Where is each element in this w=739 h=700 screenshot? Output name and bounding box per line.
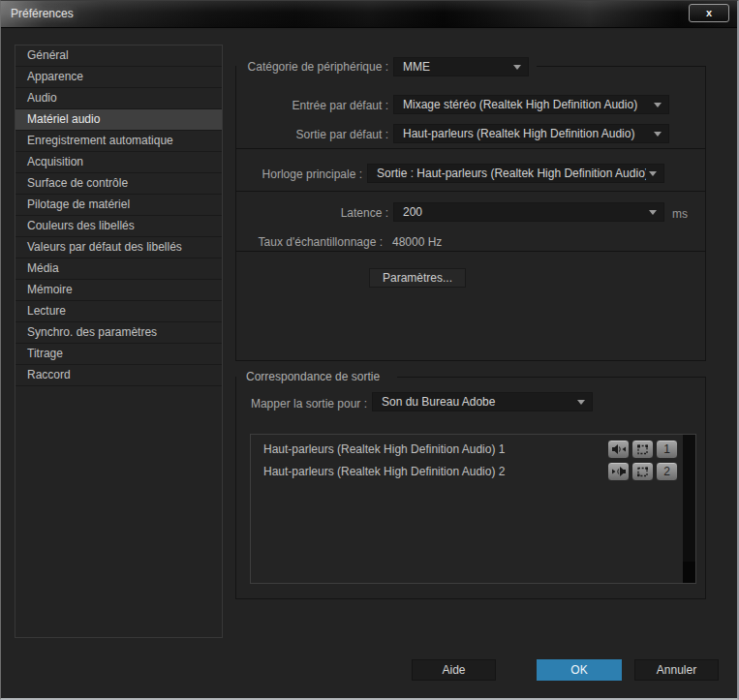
channel-number: 1: [663, 442, 670, 456]
speaker-right-icon: [611, 466, 627, 477]
map-output-for-value: Son du Bureau Adobe: [382, 393, 574, 411]
sidebar-item-raccord[interactable]: Raccord: [15, 365, 222, 386]
sidebar-item-enregistrement-automatique[interactable]: Enregistrement automatique: [15, 131, 222, 152]
sidebar-item-lecture[interactable]: Lecture: [15, 301, 222, 322]
latency-label: Latence :: [235, 206, 388, 220]
latency-dropdown[interactable]: 200: [393, 202, 664, 222]
sidebar-item-valeurs-par-defaut[interactable]: Valeurs par défaut des libellés: [15, 237, 222, 259]
default-input-value: Mixage stéréo (Realtek High Definition A…: [403, 96, 651, 113]
group-separator-1: [236, 148, 705, 149]
master-clock-label: Horloge principale :: [209, 167, 362, 181]
device-category-label: Catégorie de périphérique :: [235, 60, 388, 74]
help-button[interactable]: Aide: [412, 659, 496, 681]
master-clock-dropdown[interactable]: Sortie : Haut-parleurs (Realtek High Def…: [367, 164, 664, 183]
speaker-left-icon[interactable]: [607, 440, 630, 459]
sidebar-item-pilotage-de-materiel[interactable]: Pilotage de matériel: [15, 195, 222, 216]
sidebar-item-apparence[interactable]: Apparence: [15, 67, 222, 88]
map-output-for-dropdown[interactable]: Son du Bureau Adobe: [372, 392, 593, 411]
device-name: Haut-parleurs (Realtek High Definition A…: [263, 442, 505, 456]
device-name: Haut-parleurs (Realtek High Definition A…: [263, 465, 505, 478]
scrollbar-thumb[interactable]: [683, 562, 695, 583]
map-output-for-label: Mapper la sortie pour :: [212, 397, 367, 411]
default-output-label: Sortie par défaut :: [235, 128, 388, 141]
title-bar: Préférences x: [1, 1, 737, 28]
close-button[interactable]: x: [689, 4, 729, 22]
sidebar-item-surface-de-controle[interactable]: Surface de contrôle: [15, 173, 222, 195]
chevron-down-icon: [654, 103, 662, 107]
chevron-down-icon: [649, 210, 657, 215]
chevron-down-icon: [513, 65, 521, 70]
group-separator-2: [236, 191, 705, 192]
device-row: Haut-parleurs (Realtek High Definition A…: [251, 461, 695, 483]
sidebar-item-audio[interactable]: Audio: [15, 88, 222, 109]
preferences-sidebar: Général Apparence Audio Matériel audio E…: [15, 45, 223, 638]
group-top-line: [537, 66, 705, 67]
settings-button[interactable]: Paramètres...: [369, 268, 466, 288]
default-output-dropdown[interactable]: Haut-parleurs (Realtek High Definition A…: [393, 124, 669, 143]
sidebar-item-general[interactable]: Général: [15, 46, 222, 67]
sample-rate-label: Taux d'échantillonnage :: [235, 235, 383, 249]
preferences-dialog: Préférences x Général Apparence Audio Ma…: [0, 0, 739, 700]
sample-rate-value: 48000 Hz: [392, 235, 442, 249]
device-row: Haut-parleurs (Realtek High Definition A…: [251, 439, 695, 461]
marquee-icon: [636, 466, 649, 478]
sidebar-item-titrage[interactable]: Titrage: [15, 344, 222, 365]
channel-number-button[interactable]: 2: [656, 462, 678, 481]
output-device-listbox: Haut-parleurs (Realtek High Definition A…: [250, 434, 696, 584]
master-clock-value: Sortie : Haut-parleurs (Realtek High Def…: [377, 165, 646, 182]
marquee-icon[interactable]: [631, 462, 654, 481]
sidebar-item-materiel-audio[interactable]: Matériel audio: [15, 109, 222, 131]
channel-buttons: 2: [607, 462, 678, 481]
marquee-icon: [636, 443, 649, 456]
sidebar-item-couleurs-des-libelles[interactable]: Couleurs des libellés: [15, 216, 222, 237]
listbox-scrollbar[interactable]: [683, 435, 695, 583]
group-top-line: [397, 377, 705, 378]
device-category-dropdown[interactable]: MME: [393, 57, 529, 76]
default-input-dropdown[interactable]: Mixage stéréo (Realtek High Definition A…: [393, 95, 669, 114]
output-mapping-group-label: Correspondance de sortie: [246, 370, 380, 383]
latency-value: 200: [403, 203, 646, 221]
device-category-value: MME: [403, 58, 510, 76]
speaker-right-icon[interactable]: [607, 462, 630, 481]
sidebar-item-synchro-des-parametres[interactable]: Synchro. des paramètres: [15, 322, 222, 344]
group-separator-3: [236, 251, 705, 252]
default-input-label: Entrée par défaut :: [235, 99, 388, 112]
window-title: Préférences: [11, 1, 74, 26]
cancel-button[interactable]: Annuler: [634, 659, 719, 681]
sidebar-item-acquisition[interactable]: Acquisition: [15, 152, 222, 173]
speaker-left-icon: [611, 443, 627, 455]
default-output-value: Haut-parleurs (Realtek High Definition A…: [403, 125, 651, 142]
sidebar-item-memoire[interactable]: Mémoire: [15, 280, 222, 301]
latency-unit: ms: [672, 207, 688, 221]
channel-buttons: 1: [607, 440, 678, 459]
sidebar-item-media[interactable]: Média: [15, 259, 222, 280]
channel-number-button[interactable]: 1: [656, 440, 678, 459]
chevron-down-icon: [577, 400, 585, 405]
channel-number: 2: [663, 465, 670, 478]
chevron-down-icon: [654, 132, 662, 137]
chevron-down-icon: [649, 171, 657, 176]
ok-button[interactable]: OK: [537, 659, 622, 681]
marquee-icon[interactable]: [631, 440, 654, 459]
close-icon: x: [706, 7, 712, 18]
